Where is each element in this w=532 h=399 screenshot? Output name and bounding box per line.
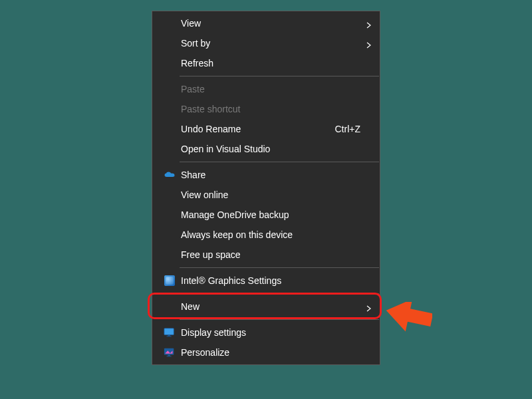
svg-rect-0 — [164, 329, 174, 335]
icon-slot — [160, 300, 180, 313]
svg-rect-1 — [168, 335, 170, 336]
display-settings-icon — [160, 326, 180, 339]
icon-slot — [160, 17, 180, 30]
menu-separator — [180, 267, 379, 268]
menu-item-manage-onedrive[interactable]: Manage OneDrive backup — [153, 205, 379, 225]
menu-label: Paste shortcut — [180, 104, 372, 114]
icon-slot — [160, 188, 180, 201]
icon-slot — [160, 142, 180, 156]
svg-rect-2 — [167, 336, 172, 336]
icon-slot — [160, 122, 180, 136]
icon-slot — [160, 208, 180, 221]
menu-item-display-settings[interactable]: Display settings — [153, 323, 379, 342]
intel-graphics-icon — [160, 274, 180, 287]
menu-item-undo-rename[interactable]: Undo Rename Ctrl+Z — [153, 119, 379, 139]
icon-slot — [160, 57, 180, 70]
menu-item-paste: Paste — [153, 79, 379, 99]
chevron-right-icon — [366, 303, 372, 310]
tutorial-arrow-icon — [386, 302, 432, 337]
icon-slot — [160, 102, 180, 116]
menu-label: View — [180, 18, 372, 29]
menu-item-view-online[interactable]: View online — [153, 185, 379, 205]
menu-item-personalize[interactable]: Personalize — [153, 342, 379, 362]
menu-separator — [180, 319, 379, 320]
icon-slot — [160, 37, 180, 50]
menu-separator — [180, 76, 379, 76]
icon-slot — [160, 82, 180, 96]
menu-item-new[interactable]: New — [153, 297, 379, 317]
chevron-right-icon — [366, 40, 372, 47]
menu-item-share[interactable]: Share — [153, 165, 379, 185]
menu-item-intel-graphics[interactable]: Intel® Graphics Settings — [153, 271, 379, 291]
menu-shortcut: Ctrl+Z — [335, 124, 373, 134]
icon-slot — [160, 248, 180, 261]
chevron-right-icon — [366, 20, 372, 27]
menu-item-open-visual-studio[interactable]: Open in Visual Studio — [153, 139, 379, 159]
menu-label: Open in Visual Studio — [180, 144, 372, 154]
menu-label: Display settings — [180, 327, 372, 338]
icon-slot — [160, 228, 180, 241]
menu-label: Undo Rename — [180, 124, 335, 134]
menu-label: Manage OneDrive backup — [180, 209, 372, 220]
onedrive-icon — [160, 168, 180, 182]
menu-label: New — [180, 301, 372, 312]
menu-label: Refresh — [180, 58, 372, 68]
menu-label: Free up space — [180, 249, 372, 260]
menu-item-paste-shortcut: Paste shortcut — [153, 99, 379, 119]
svg-rect-5 — [167, 356, 172, 356]
personalize-icon — [160, 346, 180, 359]
menu-label: Personalize — [180, 347, 372, 358]
menu-label: Paste — [180, 84, 372, 94]
menu-item-refresh[interactable]: Refresh — [153, 53, 379, 73]
menu-item-view[interactable]: View — [153, 13, 379, 33]
menu-item-always-keep[interactable]: Always keep on this device — [153, 225, 379, 245]
menu-item-sort-by[interactable]: Sort by — [153, 33, 379, 53]
menu-label: Always keep on this device — [180, 229, 372, 240]
menu-separator — [180, 293, 379, 294]
menu-label: View online — [180, 190, 372, 200]
menu-item-free-space[interactable]: Free up space — [153, 245, 379, 265]
menu-label: Sort by — [180, 38, 372, 49]
menu-label: Intel® Graphics Settings — [180, 275, 372, 286]
svg-rect-4 — [168, 355, 170, 356]
menu-separator — [180, 162, 379, 162]
menu-label: Share — [180, 170, 372, 180]
desktop-context-menu: View Sort by Refresh Paste Paste shortcu… — [152, 11, 380, 365]
